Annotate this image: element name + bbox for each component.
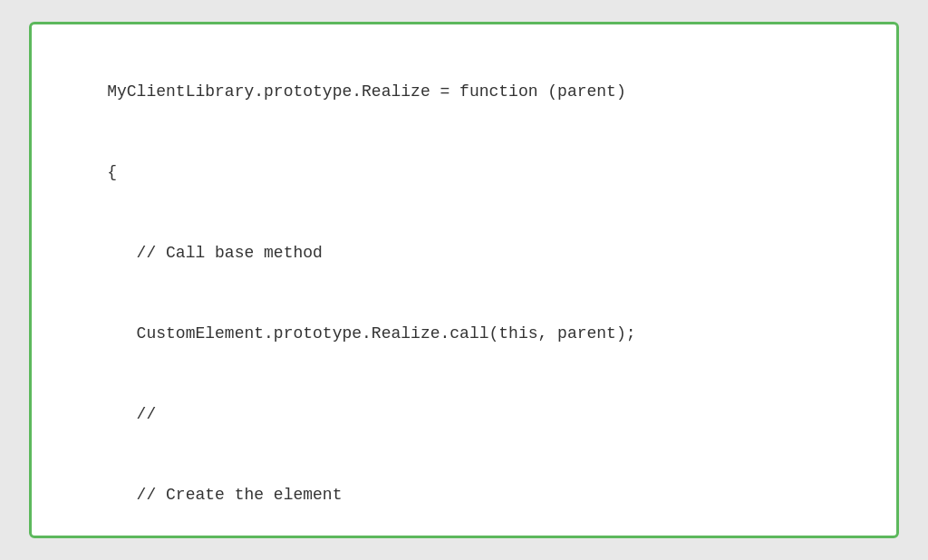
- block1-line1: MyClientLibrary.prototype.Realize = func…: [107, 82, 626, 101]
- code-container: MyClientLibrary.prototype.Realize = func…: [29, 22, 899, 538]
- block1-line3: // Call base method: [107, 244, 323, 262]
- block1-line5: //: [107, 405, 156, 423]
- block1-line2: {: [107, 163, 117, 181]
- code-block: MyClientLibrary.prototype.Realize = func…: [68, 52, 860, 538]
- block1-line4: CustomElement.prototype.Realize.call(thi…: [107, 324, 635, 343]
- block1-line6: // Create the element: [107, 486, 342, 504]
